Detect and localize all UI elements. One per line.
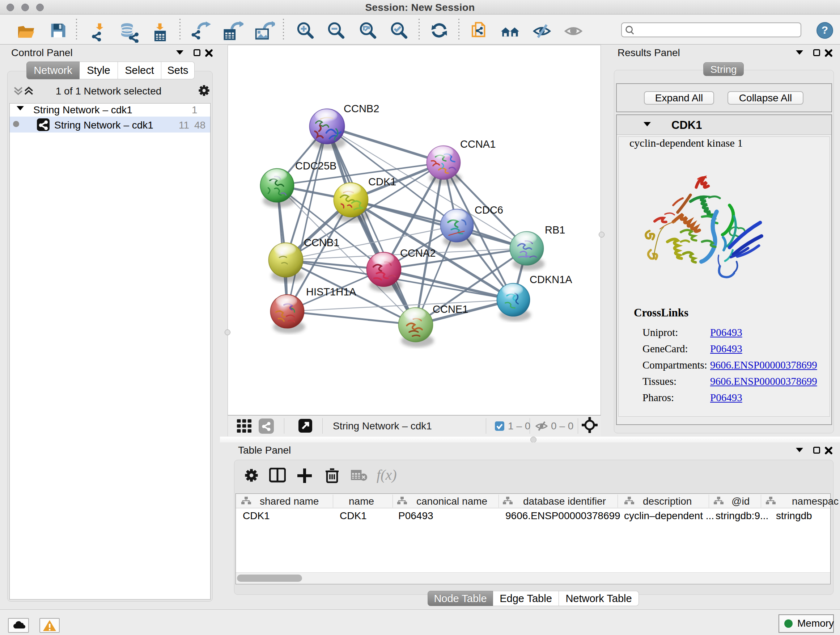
svg-text:RB1: RB1 <box>545 224 565 236</box>
svg-text:CCNB2: CCNB2 <box>344 103 379 114</box>
svg-text:CCNA1: CCNA1 <box>460 138 496 150</box>
svg-text:CCNB1: CCNB1 <box>304 237 339 249</box>
svg-text:CDKN1A: CDKN1A <box>530 274 572 285</box>
svg-text:HIST1H1A: HIST1H1A <box>306 286 356 298</box>
svg-text:CCNA2: CCNA2 <box>400 247 436 259</box>
svg-text:CCNE1: CCNE1 <box>433 303 468 315</box>
svg-text:CDC25B: CDC25B <box>295 160 336 172</box>
svg-text:CDK1: CDK1 <box>368 176 396 187</box>
svg-text:?: ? <box>821 24 828 36</box>
svg-text:CDC6: CDC6 <box>475 204 503 216</box>
